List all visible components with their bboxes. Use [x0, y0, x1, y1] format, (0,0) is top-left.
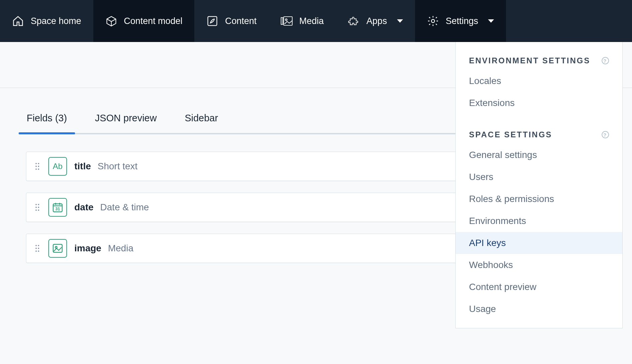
dropdown-item-api-keys[interactable]: API keys	[456, 232, 622, 254]
nav-label: Settings	[446, 16, 478, 26]
field-name: title	[74, 161, 91, 172]
tab-json-preview[interactable]: JSON preview	[94, 108, 157, 133]
gear-icon	[427, 15, 439, 27]
nav-label: Media	[299, 16, 324, 26]
nav-content-model[interactable]: Content model	[93, 0, 195, 42]
text-field-icon: Ab	[48, 157, 67, 176]
svg-rect-1	[281, 18, 283, 25]
svg-point-19	[35, 245, 37, 246]
dropdown-item-content-preview[interactable]: Content preview	[456, 276, 622, 298]
svg-text:31: 31	[55, 206, 60, 211]
drag-handle-icon[interactable]	[34, 203, 40, 211]
svg-point-3	[285, 19, 287, 21]
dropdown-item-general-settings[interactable]: General settings	[456, 144, 622, 166]
svg-point-22	[38, 248, 39, 249]
svg-point-16	[38, 209, 39, 211]
nav-apps[interactable]: Apps	[336, 0, 415, 42]
dropdown-item-webhooks[interactable]: Webhooks	[456, 254, 622, 276]
drag-handle-icon[interactable]	[34, 162, 40, 170]
svg-point-6	[38, 163, 39, 164]
dropdown-item-locales[interactable]: Locales	[456, 70, 622, 92]
nav-label: Apps	[366, 16, 387, 26]
tab-sidebar[interactable]: Sidebar	[184, 108, 219, 133]
dropdown-section-header: SPACE SETTINGS ?	[456, 127, 622, 144]
drag-handle-icon[interactable]	[34, 244, 40, 252]
image-field-icon	[48, 239, 67, 258]
svg-point-21	[35, 248, 37, 249]
puzzle-icon	[348, 15, 360, 27]
chevron-down-icon	[397, 19, 403, 23]
field-type: Date & time	[100, 202, 149, 213]
nav-settings[interactable]: Settings	[415, 0, 506, 42]
nav-label: Content	[225, 16, 257, 26]
dropdown-item-environments[interactable]: Environments	[456, 210, 622, 232]
dropdown-item-usage[interactable]: Usage	[456, 298, 622, 320]
svg-point-10	[38, 168, 39, 170]
svg-point-13	[35, 207, 37, 208]
nav-label: Space home	[31, 16, 81, 26]
dropdown-item-users[interactable]: Users	[456, 166, 622, 188]
dropdown-item-roles-permissions[interactable]: Roles & permissions	[456, 188, 622, 210]
help-icon[interactable]: ?	[602, 131, 609, 138]
svg-point-24	[38, 250, 39, 252]
tab-fields[interactable]: Fields (3)	[26, 108, 68, 133]
field-name: image	[74, 243, 101, 254]
dropdown-section-title: ENVIRONMENT SETTINGS	[469, 56, 590, 65]
nav-media[interactable]: Media	[269, 0, 336, 42]
nav-content[interactable]: Content	[194, 0, 269, 42]
nav-space-home[interactable]: Space home	[0, 0, 93, 42]
dropdown-item-extensions[interactable]: Extensions	[456, 92, 622, 114]
svg-point-14	[38, 207, 39, 208]
home-icon	[12, 15, 24, 27]
svg-point-8	[38, 166, 39, 167]
box-icon	[105, 15, 117, 27]
chevron-down-icon	[488, 19, 494, 23]
svg-point-12	[38, 204, 39, 205]
calendar-field-icon: 31	[48, 198, 67, 217]
svg-point-11	[35, 204, 37, 205]
field-type: Media	[108, 243, 133, 254]
help-icon[interactable]: ?	[602, 57, 609, 64]
svg-point-5	[35, 163, 37, 164]
svg-point-23	[35, 250, 37, 252]
field-type: Short text	[98, 161, 138, 172]
media-icon	[281, 15, 293, 27]
svg-rect-0	[208, 17, 217, 26]
dropdown-section-title: SPACE SETTINGS	[469, 130, 552, 139]
pen-icon	[206, 15, 218, 27]
svg-point-15	[35, 209, 37, 211]
svg-point-20	[38, 245, 39, 246]
svg-point-7	[35, 166, 37, 167]
nav-label: Content model	[124, 16, 183, 26]
svg-point-4	[431, 19, 435, 23]
svg-point-9	[35, 168, 37, 170]
settings-dropdown: ENVIRONMENT SETTINGS ? Locales Extension…	[455, 42, 623, 328]
dropdown-section-header: ENVIRONMENT SETTINGS ?	[456, 53, 622, 70]
field-name: date	[74, 202, 94, 213]
top-nav: Space home Content model Content Media A…	[0, 0, 632, 42]
